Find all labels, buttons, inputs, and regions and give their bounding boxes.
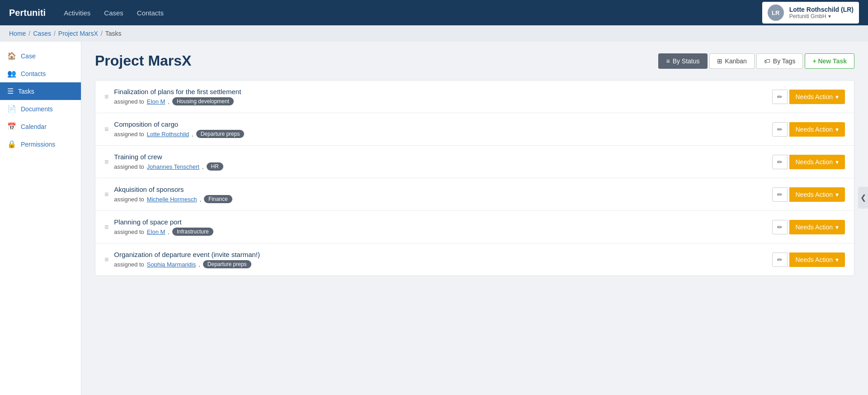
sidebar: 🏠 Case 👥 Contacts ☰ Tasks 📄 Documents 📅 … — [0, 42, 81, 395]
status-button[interactable]: Needs Action ▾ — [789, 187, 845, 202]
view-kanban-button[interactable]: ⊞ Kanban — [709, 53, 755, 69]
drag-handle-icon: ≡ — [104, 223, 108, 231]
status-dropdown-icon: ▾ — [835, 224, 839, 231]
sidebar-label-tasks: Tasks — [18, 88, 34, 95]
task-item: ≡ Akquisition of sponsors assigned to Mi… — [95, 178, 854, 211]
sidebar-item-documents[interactable]: 📄 Documents — [0, 100, 81, 118]
task-tag: Finance — [204, 195, 232, 203]
status-label: Needs Action — [796, 224, 833, 231]
assigned-label: assigned to — [114, 131, 144, 138]
status-label: Needs Action — [796, 191, 833, 198]
meta-separator: , — [192, 131, 193, 138]
status-button[interactable]: Needs Action ▾ — [789, 252, 845, 267]
view-controls: ≡ By Status ⊞ Kanban 🏷 By Tags + New Tas… — [658, 53, 854, 69]
status-button[interactable]: Needs Action ▾ — [789, 122, 845, 137]
task-title: Finalization of plans for the first sett… — [114, 88, 766, 95]
status-button[interactable]: Needs Action ▾ — [789, 90, 845, 104]
permissions-icon: 🔒 — [7, 140, 16, 148]
status-dropdown-icon: ▾ — [835, 158, 839, 166]
by-tags-icon: 🏷 — [764, 57, 770, 65]
task-actions: ✏ Needs Action ▾ — [772, 90, 845, 104]
new-task-button[interactable]: + New Task — [805, 53, 854, 69]
tasks-icon: ☰ — [7, 87, 14, 95]
drag-handle-icon: ≡ — [104, 125, 108, 133]
task-actions: ✏ Needs Action ▾ — [772, 122, 845, 137]
by-tags-label: By Tags — [773, 57, 796, 65]
task-item: ≡ Finalization of plans for the first se… — [95, 81, 854, 113]
task-assignee[interactable]: Elon M — [147, 228, 165, 235]
breadcrumb-project[interactable]: Project MarsX — [58, 30, 98, 37]
task-assignee[interactable]: Elon M — [147, 98, 165, 105]
status-dropdown-icon: ▾ — [835, 93, 839, 100]
main-content: Project MarsX ≡ By Status ⊞ Kanban 🏷 By … — [81, 42, 868, 395]
page-header: Project MarsX ≡ By Status ⊞ Kanban 🏷 By … — [95, 52, 854, 69]
user-info: Lotte Rothschild (LR) Pertuniti GmbH ▾ — [789, 6, 854, 19]
user-menu[interactable]: LR Lotte Rothschild (LR) Pertuniti GmbH … — [762, 2, 859, 24]
task-actions: ✏ Needs Action ▾ — [772, 155, 845, 169]
edit-task-button[interactable]: ✏ — [772, 122, 788, 137]
sidebar-label-documents: Documents — [21, 105, 53, 113]
case-icon: 🏠 — [7, 52, 16, 60]
sidebar-item-tasks[interactable]: ☰ Tasks — [0, 82, 81, 100]
task-info: Composition of cargo assigned to Lotte R… — [114, 120, 766, 138]
task-assignee[interactable]: Michelle Hormesch — [147, 196, 197, 203]
kanban-label: Kanban — [725, 57, 747, 65]
edit-task-button[interactable]: ✏ — [772, 155, 788, 169]
sidebar-label-calendar: Calendar — [21, 123, 47, 130]
breadcrumb-home[interactable]: Home — [9, 30, 26, 37]
view-by-status-button[interactable]: ≡ By Status — [658, 53, 707, 69]
task-item: ≡ Planning of space port assigned to Elo… — [95, 211, 854, 243]
page-title: Project MarsX — [95, 52, 191, 69]
sidebar-label-permissions: Permissions — [21, 141, 55, 148]
nav-contacts[interactable]: Contacts — [137, 9, 164, 17]
collapse-handle[interactable]: ❮ — [858, 187, 868, 209]
task-tag: Housing development — [172, 97, 234, 105]
breadcrumb-cases[interactable]: Cases — [33, 30, 51, 37]
task-meta: assigned to Michelle Hormesch , Finance — [114, 195, 766, 203]
sidebar-item-case[interactable]: 🏠 Case — [0, 47, 81, 65]
status-dropdown-icon: ▾ — [835, 191, 839, 198]
assigned-label: assigned to — [114, 163, 144, 170]
nav-cases[interactable]: Cases — [104, 9, 123, 17]
edit-task-button[interactable]: ✏ — [772, 252, 788, 267]
task-meta: assigned to Sophia Marmaridis , Departur… — [114, 260, 766, 268]
avatar: LR — [768, 5, 784, 21]
task-title: Training of crew — [114, 153, 766, 161]
assigned-label: assigned to — [114, 261, 144, 268]
new-task-label: + New Task — [812, 57, 847, 65]
task-info: Akquisition of sponsors assigned to Mich… — [114, 186, 766, 203]
task-assignee[interactable]: Lotte Rothschild — [147, 131, 189, 138]
nav-activities[interactable]: Activities — [64, 9, 90, 17]
calendar-icon: 📅 — [7, 122, 16, 131]
edit-task-button[interactable]: ✏ — [772, 220, 788, 234]
status-label: Needs Action — [796, 126, 833, 133]
status-button[interactable]: Needs Action ▾ — [789, 220, 845, 234]
view-by-tags-button[interactable]: 🏷 By Tags — [756, 53, 803, 69]
task-info: Organization of departure event (invite … — [114, 251, 766, 268]
nav-links: Activities Cases Contacts — [64, 9, 762, 17]
kanban-icon: ⊞ — [717, 57, 722, 65]
task-actions: ✏ Needs Action ▾ — [772, 252, 845, 267]
sidebar-label-case: Case — [21, 52, 36, 60]
task-assignee[interactable]: Sophia Marmaridis — [147, 261, 196, 268]
task-item: ≡ Composition of cargo assigned to Lotte… — [95, 113, 854, 146]
task-title: Akquisition of sponsors — [114, 186, 766, 193]
task-tag: HR — [207, 162, 223, 171]
breadcrumb: Home / Cases / Project MarsX / Tasks — [0, 25, 868, 42]
status-dropdown-icon: ▾ — [835, 126, 839, 133]
task-item: ≡ Organization of departure event (invit… — [95, 243, 854, 276]
meta-separator: , — [198, 261, 200, 268]
task-title: Planning of space port — [114, 218, 766, 226]
edit-task-button[interactable]: ✏ — [772, 90, 788, 104]
edit-task-button[interactable]: ✏ — [772, 187, 788, 202]
status-button[interactable]: Needs Action ▾ — [789, 155, 845, 169]
task-assignee[interactable]: Johannes Tenschert — [147, 163, 199, 170]
sidebar-item-calendar[interactable]: 📅 Calendar — [0, 118, 81, 135]
sidebar-item-permissions[interactable]: 🔒 Permissions — [0, 135, 81, 153]
status-label: Needs Action — [796, 256, 833, 263]
status-label: Needs Action — [796, 93, 833, 100]
meta-separator: , — [168, 98, 170, 105]
drag-handle-icon: ≡ — [104, 158, 108, 166]
sidebar-item-contacts[interactable]: 👥 Contacts — [0, 65, 81, 82]
drag-handle-icon: ≡ — [104, 93, 108, 101]
